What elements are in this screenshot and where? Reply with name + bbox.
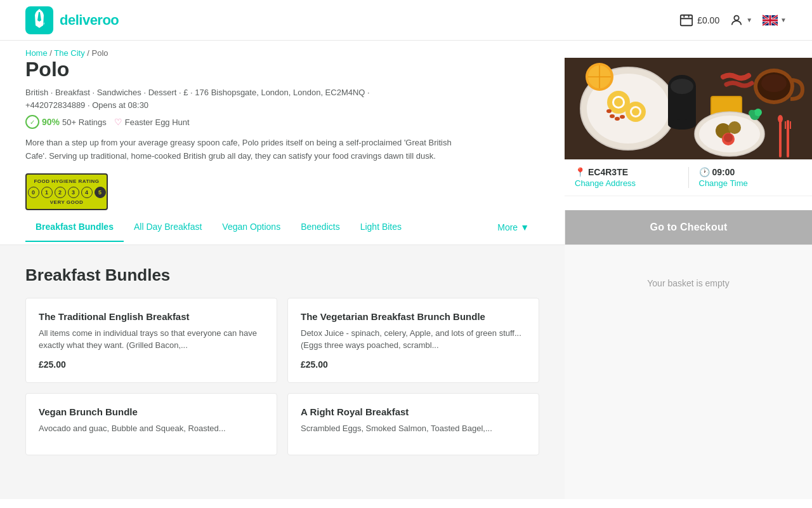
- menu-card-2[interactable]: Vegan Brunch Bundle Avocado and guac, Bu…: [25, 393, 277, 456]
- hygiene-label: VERY GOOD: [50, 199, 84, 205]
- svg-point-17: [606, 109, 612, 113]
- menu-card-price-1: £25.00: [301, 359, 526, 370]
- restaurant-description: More than a step up from your average gr…: [25, 137, 457, 163]
- user-chevron-icon: ▼: [746, 17, 752, 23]
- menu-card-title-1: The Vegetarian Breakfast Brunch Bundle: [301, 311, 526, 322]
- menu-card-title-0: The Traditional English Breakfast: [39, 311, 264, 322]
- svg-point-45: [749, 110, 755, 116]
- promo-label: Feaster Egg Hunt: [125, 117, 190, 127]
- menu-card-title-3: A Right Royal Breakfast: [301, 406, 526, 417]
- hygiene-badge: FOOD HYGIENE RATING 0 1 2 3 4 5 VERY GOO…: [25, 173, 108, 210]
- hygiene-num-2: 2: [55, 187, 66, 198]
- nav-tabs-container: Breakfast Bundles All Day Breakfast Vega…: [25, 213, 487, 242]
- nav-tab-all-day-breakfast[interactable]: All Day Breakfast: [124, 213, 212, 242]
- location-icon: 📍: [575, 167, 586, 177]
- header: deliveroo £0.00 ▼ ▼: [0, 0, 812, 41]
- svg-point-20: [761, 74, 787, 92]
- svg-point-2: [735, 15, 739, 20]
- hygiene-num-4: 4: [81, 187, 93, 198]
- lang-chevron-icon: ▼: [780, 17, 787, 23]
- menu-card-desc-1: Detox Juice - spinach, celery, Apple, an…: [301, 327, 526, 352]
- svg-rect-1: [681, 15, 692, 25]
- right-panel: 📍 EC4R3TE Change Address 🕐 09:00 Change …: [565, 58, 812, 210]
- restaurant-image: [565, 58, 812, 159]
- svg-point-16: [620, 115, 625, 119]
- restaurant-name: Polo: [25, 58, 549, 81]
- svg-point-10: [614, 98, 623, 107]
- promo-icon: ♡: [114, 117, 122, 127]
- nav-tab-light-bites[interactable]: Light Bites: [350, 213, 412, 242]
- menu-card-3[interactable]: A Right Royal Breakfast Scrambled Eggs, …: [287, 393, 539, 456]
- header-right: £0.00 ▼ ▼: [679, 13, 787, 27]
- checkout-button-area: Go to Checkout: [565, 210, 812, 244]
- more-label: More: [497, 222, 518, 232]
- uk-flag-icon: [763, 15, 778, 26]
- menu-card-desc-2: Avocado and guac, Bubble and Squeak, Roa…: [39, 422, 264, 435]
- deliveroo-logo-icon: [25, 6, 53, 34]
- logo-text: deliveroo: [60, 12, 119, 29]
- category-nav: Breakfast Bundles All Day Breakfast Vega…: [0, 210, 565, 244]
- svg-point-40: [728, 121, 741, 134]
- change-address-link[interactable]: Change Address: [575, 178, 678, 188]
- nav-tab-benedicts[interactable]: Benedicts: [291, 213, 350, 242]
- address-time-row: 📍 EC4R3TE Change Address 🕐 09:00 Change …: [565, 159, 812, 196]
- main-content: Breakfast Bundles The Traditional Englis…: [0, 245, 812, 499]
- hygiene-num-1: 1: [41, 187, 53, 198]
- menu-card-title-2: Vegan Brunch Bundle: [39, 406, 264, 417]
- cart-price: £0.00: [697, 15, 719, 25]
- nav-checkout-row: Breakfast Bundles All Day Breakfast Vega…: [0, 210, 812, 245]
- restaurant-top-section: Polo British · Breakfast · Sandwiches · …: [0, 58, 812, 210]
- logo-area[interactable]: deliveroo: [25, 6, 119, 34]
- more-chevron-icon: ▼: [520, 222, 529, 232]
- rating-circle-icon: ✓: [25, 115, 39, 129]
- user-icon: [730, 13, 743, 27]
- menu-card-1[interactable]: The Vegetarian Breakfast Brunch Bundle D…: [287, 298, 539, 383]
- menu-card-desc-3: Scrambled Eggs, Smoked Salmon, Toasted B…: [301, 422, 526, 435]
- breadcrumb-city[interactable]: The City: [54, 48, 84, 58]
- basket-section: Your basket is empty: [565, 245, 812, 499]
- menu-cards-grid: The Traditional English Breakfast All it…: [25, 298, 539, 456]
- checkout-button[interactable]: Go to Checkout: [565, 210, 812, 244]
- address-value: EC4R3TE: [588, 167, 628, 177]
- svg-point-13: [632, 108, 639, 116]
- restaurant-meta-line1: British · Breakfast · Sandwiches · Desse…: [25, 86, 549, 111]
- svg-point-14: [610, 114, 615, 118]
- breadcrumb: Home / The City / Polo: [0, 41, 812, 58]
- address-block: 📍 EC4R3TE Change Address: [575, 167, 689, 188]
- language-selector[interactable]: ▼: [763, 15, 787, 26]
- menu-section: Breakfast Bundles The Traditional Englis…: [0, 245, 565, 499]
- time-label: 🕐 09:00: [699, 167, 802, 177]
- svg-point-33: [778, 115, 783, 123]
- section-title: Breakfast Bundles: [25, 265, 539, 285]
- user-menu[interactable]: ▼: [730, 13, 752, 27]
- breadcrumb-current: Polo: [92, 48, 108, 58]
- menu-card-price-0: £25.00: [39, 359, 264, 370]
- svg-point-27: [668, 119, 696, 130]
- svg-point-42: [724, 133, 733, 142]
- nav-tab-breakfast-bundles[interactable]: Breakfast Bundles: [25, 213, 124, 242]
- promo-badge: ♡ Feaster Egg Hunt: [114, 117, 190, 127]
- food-image-svg: [565, 58, 812, 159]
- svg-point-28: [671, 79, 693, 94]
- hygiene-num-0: 0: [28, 187, 39, 198]
- breadcrumb-home[interactable]: Home: [25, 48, 48, 58]
- hygiene-num-3: 3: [68, 187, 79, 198]
- hygiene-num-5: 5: [95, 187, 106, 198]
- menu-card-0[interactable]: The Traditional English Breakfast All it…: [25, 298, 277, 383]
- more-button[interactable]: More ▼: [487, 213, 539, 241]
- cart-button[interactable]: £0.00: [679, 13, 719, 27]
- svg-point-44: [754, 109, 762, 116]
- address-label: 📍 EC4R3TE: [575, 167, 678, 177]
- svg-point-15: [615, 117, 620, 121]
- hygiene-numbers: 0 1 2 3 4 5: [28, 187, 106, 198]
- change-time-link[interactable]: Change Time: [699, 178, 802, 188]
- menu-card-desc-0: All items come in individual trays so th…: [39, 327, 264, 352]
- cart-icon: [679, 13, 693, 27]
- nav-tab-vegan-options[interactable]: Vegan Options: [212, 213, 291, 242]
- rating-percentage: 90%: [42, 117, 60, 127]
- restaurant-info-panel: Polo British · Breakfast · Sandwiches · …: [25, 58, 549, 210]
- restaurant-ratings: ✓ 90% 50+ Ratings ♡ Feaster Egg Hunt: [25, 115, 549, 129]
- time-block: 🕐 09:00 Change Time: [689, 167, 802, 188]
- rating-count: 50+ Ratings: [62, 117, 107, 127]
- time-value: 09:00: [712, 167, 735, 177]
